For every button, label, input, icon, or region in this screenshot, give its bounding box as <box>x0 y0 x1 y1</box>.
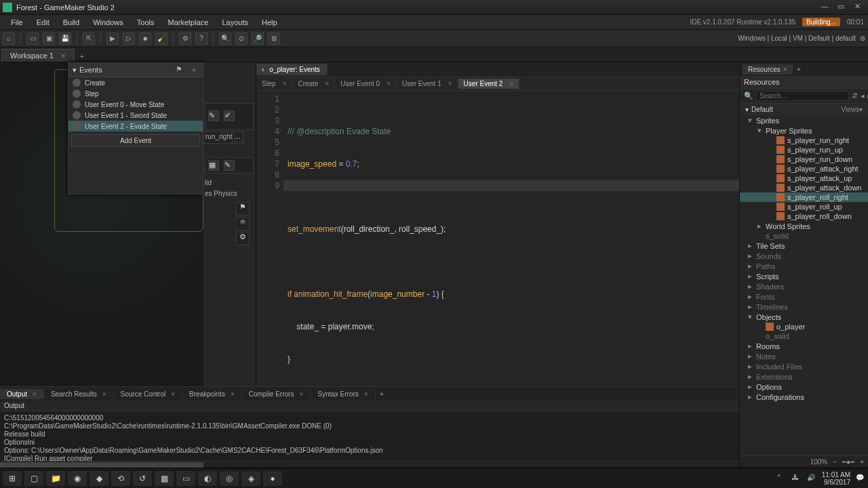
zoom-slider[interactable]: ━●━ <box>842 458 854 466</box>
tree-row[interactable]: ▸Rooms <box>740 341 868 351</box>
stop-button[interactable]: ■ <box>139 33 151 45</box>
tree-row[interactable]: s_player_attack_right <box>740 164 868 174</box>
tab-user2[interactable]: User Event 2× <box>458 79 520 89</box>
tree-caret-icon[interactable]: ▸ <box>747 272 753 281</box>
tree-row[interactable]: ▾Objects <box>740 312 868 322</box>
gear-icon[interactable]: ⚙ <box>236 232 250 245</box>
app-icon[interactable]: ● <box>263 471 282 486</box>
tree-row[interactable]: ▸Extensions <box>740 371 868 382</box>
open-button[interactable]: ▣ <box>43 33 55 45</box>
tab-search-results[interactable]: Search Results× <box>44 389 114 399</box>
add-output-tab[interactable]: + <box>376 388 388 399</box>
tree-row[interactable]: ▸World Sprites <box>740 221 868 231</box>
tree-caret-icon[interactable]: ▸ <box>747 392 753 401</box>
tray-volume-icon[interactable]: 🔊 <box>807 474 816 483</box>
docking-button[interactable]: ⊞ <box>268 33 280 45</box>
app-icon[interactable]: ◐ <box>198 471 217 486</box>
tab-user0[interactable]: User Event 0× <box>335 79 397 89</box>
tree-row[interactable]: ▸Configurations <box>740 392 868 402</box>
tab-source-control[interactable]: Source Control× <box>114 389 183 399</box>
run-button[interactable]: ▷ <box>123 33 135 45</box>
app-icon[interactable]: ⟲ <box>111 471 130 486</box>
flag-icon[interactable]: ⚑ <box>236 202 250 216</box>
resource-tree[interactable]: ▾Sprites▾Player Spritess_player_run_righ… <box>740 115 868 455</box>
physics-icon[interactable]: ⚛ <box>236 217 250 230</box>
tree-row[interactable]: ▸Options <box>740 382 868 392</box>
tray-chevron-icon[interactable]: ˄ <box>777 474 787 483</box>
tree-caret-icon[interactable]: ▸ <box>747 342 753 350</box>
task-view-button[interactable]: ▢ <box>24 471 43 486</box>
menu-layouts[interactable]: Layouts <box>215 17 255 28</box>
tree-caret-icon[interactable]: ▸ <box>747 352 753 361</box>
workspace-canvas[interactable]: ▾ Events ⚑ × Create Step User Event 0 - … <box>0 62 203 386</box>
close-icon[interactable]: × <box>189 66 199 74</box>
tab-create[interactable]: Create× <box>292 79 335 89</box>
close-icon[interactable]: × <box>33 390 37 398</box>
tree-caret-icon[interactable]: ▾ <box>756 126 763 135</box>
tree-caret-icon[interactable]: ▸ <box>747 382 753 391</box>
tray-network-icon[interactable]: 🖧 <box>792 474 802 483</box>
game-options-button[interactable]: ⚙ <box>179 33 191 45</box>
tree-row[interactable]: s_player_roll_up <box>740 202 868 211</box>
app-icon[interactable]: ◈ <box>241 471 260 486</box>
tree-row[interactable]: s_player_roll_right <box>740 192 868 202</box>
edit-icon[interactable]: ✎ <box>224 160 235 171</box>
help-button[interactable]: ? <box>195 33 208 45</box>
close-icon[interactable]: × <box>283 80 287 87</box>
close-icon[interactable]: × <box>325 80 329 87</box>
tree-row[interactable]: s_player_run_up <box>740 145 868 155</box>
tab-user1[interactable]: User Event 1× <box>397 79 458 89</box>
close-icon[interactable]: × <box>171 390 175 398</box>
tree-caret-icon[interactable]: ▸ <box>747 262 753 270</box>
tree-row[interactable]: ▸Included Files <box>740 361 868 371</box>
tree-row[interactable]: o_player <box>740 322 868 331</box>
chevron-down-icon[interactable]: ▾ <box>859 106 863 113</box>
clock-time[interactable]: 11:01 AM <box>822 471 850 479</box>
tree-row[interactable]: s_solid <box>740 231 868 241</box>
prev-icon[interactable]: ◂ <box>861 92 865 100</box>
tree-caret-icon[interactable]: ▸ <box>747 251 753 260</box>
tree-row[interactable]: ▸Paths <box>740 261 868 271</box>
new-button[interactable]: ▭ <box>26 33 39 45</box>
output-scrollbar[interactable] <box>0 461 739 468</box>
close-icon[interactable]: × <box>299 390 303 398</box>
tab-syntax-errors[interactable]: Syntax Errors× <box>311 389 375 399</box>
tree-caret-icon[interactable]: ▾ <box>747 312 753 321</box>
tree-caret-icon[interactable]: ▸ <box>747 362 753 371</box>
menu-marketplace[interactable]: Marketplace <box>161 17 215 28</box>
zoom-in-icon[interactable]: + <box>860 458 864 466</box>
tree-row[interactable]: s_player_run_down <box>740 155 868 164</box>
close-icon[interactable]: × <box>231 390 235 398</box>
close-icon[interactable]: × <box>102 390 106 398</box>
tree-caret-icon[interactable]: ▸ <box>747 241 753 250</box>
app-icon[interactable]: ▭ <box>176 471 195 486</box>
tree-caret-icon[interactable]: ▸ <box>747 292 753 301</box>
menu-tools[interactable]: Tools <box>130 17 161 28</box>
resource-search-input[interactable] <box>756 91 849 101</box>
event-user1[interactable]: User Event 1 - Sword State <box>68 110 203 121</box>
add-event-button[interactable]: Add Event <box>71 134 200 147</box>
gamemaker-icon[interactable]: ◆ <box>90 471 108 486</box>
target-info[interactable]: Windows | Local | VM | Default | default <box>738 35 856 42</box>
app-icon[interactable]: ▦ <box>155 471 174 486</box>
tab-breakpoints[interactable]: Breakpoints× <box>182 389 242 399</box>
debug-button[interactable]: ▶ <box>106 33 119 45</box>
edit-icon[interactable]: ✎ <box>208 110 219 121</box>
menu-build[interactable]: Build <box>56 17 86 28</box>
views-label[interactable]: Views <box>842 106 860 113</box>
target-icon[interactable]: ⊚ <box>860 35 865 42</box>
menu-windows[interactable]: Windows <box>86 17 130 28</box>
clock-date[interactable]: 9/6/2017 <box>822 479 850 486</box>
tree-row[interactable]: ▸Sounds <box>740 251 868 261</box>
add-workspace-button[interactable]: + <box>75 51 90 62</box>
tree-row[interactable]: o_solid <box>740 331 868 341</box>
tree-caret-icon[interactable]: ▸ <box>747 282 753 291</box>
event-step[interactable]: Step <box>68 88 203 99</box>
tree-row[interactable]: s_player_run_right <box>740 136 868 145</box>
tree-row[interactable]: ▸Scripts <box>740 271 868 281</box>
chrome-icon[interactable]: ◉ <box>68 471 87 486</box>
menu-help[interactable]: Help <box>255 17 284 28</box>
zoom-in-button[interactable]: 🔍 <box>219 33 231 45</box>
add-tab-button[interactable]: + <box>793 64 805 75</box>
chevron-down-icon[interactable]: ▾ <box>745 106 749 113</box>
